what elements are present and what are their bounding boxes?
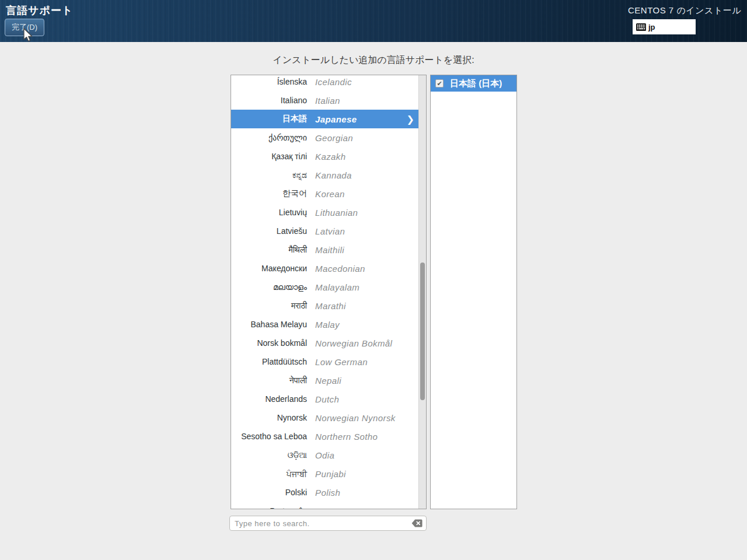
checkbox[interactable]: ✔ bbox=[435, 79, 444, 88]
english-name-label: Icelandic bbox=[315, 77, 352, 87]
keyboard-layout-indicator[interactable]: jp bbox=[633, 19, 696, 34]
english-name-label: Polish bbox=[315, 488, 340, 498]
language-row[interactable]: മലയാളംMalayalam bbox=[231, 278, 418, 296]
english-name-label: Norwegian Nynorsk bbox=[315, 413, 396, 423]
instruction-text: インストールしたい追加の言語サポートを選択: bbox=[0, 54, 747, 66]
english-name-label: Dutch bbox=[315, 394, 339, 404]
selected-language-label: 日本語 (日本) bbox=[450, 78, 502, 89]
native-name-label: Қазақ тілі bbox=[231, 152, 307, 161]
native-name-label: Nynorsk bbox=[231, 413, 307, 422]
chevron-right-icon: ❯ bbox=[407, 114, 414, 125]
native-name-label: Македонски bbox=[231, 264, 307, 273]
english-name-label: Kazakh bbox=[315, 152, 345, 162]
native-name-label: ଓଡ଼ିଆ bbox=[231, 450, 307, 460]
native-name-label: Íslenska bbox=[231, 77, 307, 86]
english-name-label: Georgian bbox=[315, 133, 353, 143]
native-name-label: Italiano bbox=[231, 96, 307, 105]
english-name-label: Northern Sotho bbox=[315, 432, 378, 442]
english-name-label: Portuguese bbox=[315, 506, 362, 510]
language-row[interactable]: PortuguêsPortuguese bbox=[231, 502, 418, 509]
language-row[interactable]: PolskiPolish bbox=[231, 483, 418, 502]
language-row[interactable]: मैथिलीMaithili bbox=[231, 240, 418, 259]
native-name-label: 한국어 bbox=[231, 188, 307, 199]
language-row[interactable]: Bahasa MelayuMalay bbox=[231, 315, 418, 334]
english-name-label: Odia bbox=[315, 450, 334, 460]
native-name-label: Latviešu bbox=[231, 226, 307, 236]
language-row[interactable]: LietuviųLithuanian bbox=[231, 203, 418, 222]
keyboard-layout-label: jp bbox=[648, 23, 655, 32]
language-row[interactable]: NynorskNorwegian Nynorsk bbox=[231, 408, 418, 427]
language-row[interactable]: 日本語Japanese❯ bbox=[231, 110, 418, 128]
native-name-label: Sesotho sa Leboa bbox=[231, 432, 307, 441]
native-name-label: ქართული bbox=[231, 133, 307, 142]
keyboard-icon bbox=[636, 23, 646, 31]
clear-search-icon[interactable] bbox=[411, 519, 423, 527]
english-name-label: Norwegian Bokmål bbox=[315, 338, 392, 348]
native-name-label: Plattdüütsch bbox=[231, 357, 307, 366]
language-row[interactable]: Қазақ тіліKazakh bbox=[231, 147, 418, 166]
selected-languages-panel: ✔日本語 (日本) bbox=[430, 75, 517, 509]
selected-language-row[interactable]: ✔日本語 (日本) bbox=[431, 75, 516, 92]
native-name-label: Bahasa Melayu bbox=[231, 320, 307, 329]
product-title: CENTOS 7 のインストール bbox=[628, 5, 741, 16]
language-row[interactable]: Sesotho sa LeboaNorthern Sotho bbox=[231, 427, 418, 446]
language-row[interactable]: PlattdüütschLow German bbox=[231, 352, 418, 371]
english-name-label: Nepali bbox=[315, 376, 341, 386]
english-name-label: Malay bbox=[315, 320, 340, 330]
done-button[interactable]: 完了(D) bbox=[5, 19, 44, 36]
language-list-rows: ÍslenskaIcelandicItalianoItalian日本語Japan… bbox=[231, 75, 418, 509]
search-box bbox=[229, 516, 427, 531]
english-name-label: Low German bbox=[315, 357, 368, 367]
language-row[interactable]: ÍslenskaIcelandic bbox=[231, 75, 418, 91]
native-name-label: Polski bbox=[231, 488, 307, 497]
scrollbar-thumb[interactable] bbox=[420, 262, 425, 400]
screen-title: 言語サポート bbox=[6, 4, 73, 18]
english-name-label: Latvian bbox=[315, 226, 345, 236]
header-bar: 言語サポート 完了(D) CENTOS 7 のインストール jp bbox=[0, 0, 747, 42]
english-name-label: Maithili bbox=[315, 245, 344, 255]
english-name-label: Punjabi bbox=[315, 469, 346, 479]
native-name-label: Nederlands bbox=[231, 394, 307, 404]
language-row[interactable]: ItalianoItalian bbox=[231, 91, 418, 110]
native-name-label: മലയാളം bbox=[231, 282, 307, 292]
language-row[interactable]: ਪੰਜਾਬੀPunjabi bbox=[231, 464, 418, 483]
language-row[interactable]: नेपालीNepali bbox=[231, 371, 418, 390]
language-row[interactable]: ଓଡ଼ିଆOdia bbox=[231, 446, 418, 464]
native-name-label: ಕನ್ನಡ bbox=[231, 170, 307, 180]
language-row[interactable]: 한국어Korean bbox=[231, 184, 418, 203]
native-name-label: मैथिली bbox=[231, 245, 307, 255]
english-name-label: Malayalam bbox=[315, 282, 359, 292]
native-name-label: मराठी bbox=[231, 301, 307, 311]
language-row[interactable]: मराठीMarathi bbox=[231, 296, 418, 315]
scrollbar[interactable] bbox=[418, 75, 426, 509]
english-name-label: Italian bbox=[315, 96, 340, 106]
native-name-label: नेपाली bbox=[231, 376, 307, 386]
search-input[interactable] bbox=[229, 516, 427, 531]
english-name-label: Korean bbox=[315, 189, 345, 199]
english-name-label: Japanese bbox=[315, 114, 357, 124]
english-name-label: Marathi bbox=[315, 301, 346, 311]
native-name-label: 日本語 bbox=[231, 114, 307, 124]
native-name-label: Lietuvių bbox=[231, 208, 307, 217]
native-name-label: ਪੰਜਾਬੀ bbox=[231, 469, 307, 479]
language-row[interactable]: ಕನ್ನಡKannada bbox=[231, 166, 418, 184]
english-name-label: Macedonian bbox=[315, 264, 365, 274]
native-name-label: Português bbox=[231, 506, 307, 509]
english-name-label: Lithuanian bbox=[315, 208, 358, 218]
native-name-label: Norsk bokmål bbox=[231, 338, 307, 348]
language-row[interactable]: МакедонскиMacedonian bbox=[231, 259, 418, 278]
language-row[interactable]: NederlandsDutch bbox=[231, 390, 418, 408]
language-list: ÍslenskaIcelandicItalianoItalian日本語Japan… bbox=[231, 75, 427, 509]
language-row[interactable]: LatviešuLatvian bbox=[231, 222, 418, 240]
language-row[interactable]: ქართულიGeorgian bbox=[231, 128, 418, 147]
language-row[interactable]: Norsk bokmålNorwegian Bokmål bbox=[231, 334, 418, 352]
english-name-label: Kannada bbox=[315, 170, 352, 180]
